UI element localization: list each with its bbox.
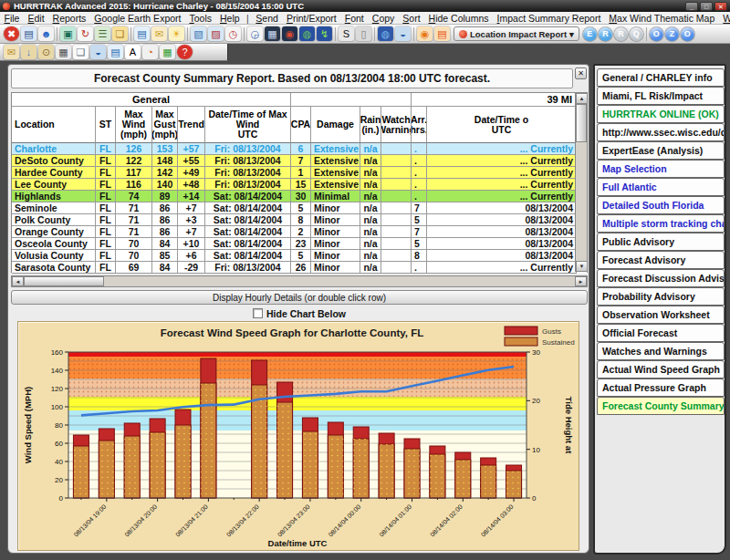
report-orange-icon[interactable]: ▤	[434, 26, 450, 41]
menu-google-earth-export[interactable]: Google Earth Export	[90, 13, 185, 24]
send-mail-icon[interactable]: ✉	[4, 45, 19, 59]
menu-impact-summary-report[interactable]: Impact Summary Report	[493, 13, 605, 24]
table-row[interactable]: Orange CountyFL7186+7Sat: 08/14/2004 02:…	[12, 226, 587, 238]
thematic-grid-icon[interactable]: ▦	[160, 45, 175, 59]
google-earth2-icon[interactable]: ◒	[90, 45, 106, 59]
impact-orange-icon[interactable]: ◉	[417, 26, 433, 41]
print-icon[interactable]: ▦	[56, 45, 71, 59]
recycle-bin-icon[interactable]: ▯	[356, 26, 371, 41]
google-earth-icon[interactable]: ◒	[395, 26, 411, 41]
table-row[interactable]: Highlands CountyFL7489+14Sat: 08/14/2004…	[12, 191, 587, 202]
gauge-icon[interactable]: ◷	[225, 26, 241, 41]
mail-alert-icon[interactable]: ✉	[151, 26, 167, 41]
table-horizontal-scrollbar[interactable]: ◄ ►	[11, 275, 588, 287]
copy-pages-icon[interactable]: ❏	[73, 45, 89, 59]
table-row[interactable]: Sarasota CountyFL6984-29Fri: 08/13/2004 …	[12, 262, 587, 274]
menu-max-wind-thematic-map[interactable]: Max Wind Thematic Map	[605, 13, 719, 24]
sidebar-item-http-www-ssec-wisc-edu-data-geo[interactable]: http://www.ssec.wisc.edu/data/geo	[597, 123, 725, 141]
column-header-rain[interactable]: Rain (in.)	[360, 107, 381, 143]
column-header-max_wind[interactable]: Max Wind (mph)	[116, 107, 152, 143]
sidebar-item-expertease-analysis-[interactable]: ExpertEase (Analysis)	[597, 141, 725, 160]
table-row[interactable]: DeSoto CountyFL122148+55Fri: 08/13/2004 …	[12, 155, 587, 167]
storm-globe-icon[interactable]: ◉	[282, 26, 297, 41]
help-icon[interactable]: ?	[177, 45, 193, 59]
exit-icon[interactable]: ✖	[4, 26, 19, 41]
column-header-datetime_arr[interactable]: Date/Time o UTC	[427, 107, 577, 143]
menu-print-export[interactable]: Print/Export	[282, 13, 340, 24]
table-row[interactable]: Osceola CountyFL7084+10Sat: 08/14/2004 0…	[12, 238, 587, 250]
photo-export-icon[interactable]: ▧	[191, 26, 206, 41]
earth-zoom-icon[interactable]: ◍	[378, 26, 393, 41]
sidebar-item-probability-advisory[interactable]: Probability Advisory	[597, 287, 725, 306]
menu-sort[interactable]: Sort	[399, 13, 424, 24]
lightning-globe-icon[interactable]: ↯	[317, 26, 332, 41]
maximize-button[interactable]: □	[700, 2, 713, 11]
menu-file[interactable]: File	[0, 13, 24, 24]
user-profile-icon[interactable]: ☻	[38, 26, 54, 41]
table-vertical-scrollbar[interactable]: ▲ ▼	[575, 93, 587, 272]
table-row[interactable]: Lee CountyFL116140+48Fri: 08/13/2004 20:…	[12, 179, 587, 191]
menu-edit[interactable]: Edit	[24, 13, 48, 24]
menu-wind-trend-thematic-map[interactable]: Wind Trend Thematic Map	[719, 13, 730, 24]
sidebar-item-detailed-south-florida[interactable]: Detailed South Florida	[597, 196, 725, 214]
schedule-window-icon[interactable]: ▤	[21, 26, 36, 41]
location-impact-report-button[interactable]: Location Impact Report▾	[454, 26, 579, 41]
sidebar-item-watches-and-warnings[interactable]: Watches and Warnings	[597, 342, 725, 360]
sidebar-item-official-forecast[interactable]: Official Forecast	[597, 324, 725, 342]
table-row[interactable]: Volusia CountyFL7085+6Sat: 08/14/2004 04…	[12, 250, 587, 262]
sidebar-item-miami-fl-risk-impact[interactable]: Miami, FL Risk/Impact	[597, 87, 725, 105]
chart-sphere-icon[interactable]: ◔	[142, 45, 158, 59]
table-row[interactable]: Polk CountyFL7186+3Sat: 08/14/2004 00:00…	[12, 214, 587, 226]
hide-chart-checkbox[interactable]	[253, 308, 263, 318]
earth-globe-icon[interactable]: ◍	[299, 26, 315, 41]
sidebar-item-actual-pressure-graph[interactable]: Actual Pressure Graph	[597, 379, 725, 397]
sidebar-item-forecast-county-summary[interactable]: Forecast County Summary	[597, 397, 725, 415]
table-row[interactable]: Charlotte CountyFL126153+57Fri: 08/13/20…	[12, 143, 587, 155]
satellite-image-icon[interactable]: ▦	[265, 26, 280, 41]
sidebar-item-general-charley-info[interactable]: General / CHARLEY info	[597, 68, 725, 87]
sidebar-item-full-atlantic[interactable]: Full Atlantic	[597, 178, 725, 196]
round-e-button[interactable]: E	[583, 27, 597, 41]
column-header-trend[interactable]: Trend	[178, 107, 205, 143]
sidebar-item-hurrtrak-online-ok-[interactable]: HURRTRAK ONLINE (OK)	[597, 105, 725, 123]
menu-hide-columns[interactable]: Hide Columns	[424, 13, 493, 24]
menu-reports[interactable]: Reports	[48, 13, 90, 24]
column-header-watch[interactable]: Watch Warning	[381, 107, 412, 143]
column-header-max_gust[interactable]: Max Gust (mph)	[152, 107, 178, 143]
report-list-icon[interactable]: ▤	[134, 26, 150, 41]
import-archive-icon[interactable]: ↓	[21, 45, 36, 59]
table-row[interactable]: Hardee CountyFL117142+49Fri: 08/13/2004 …	[12, 167, 587, 179]
vertical-scroll-thumb[interactable]	[576, 104, 587, 142]
sidebar-item-forecast-advisory[interactable]: Forecast Advisory	[597, 251, 725, 269]
round-q-disabled-button[interactable]: Q	[630, 27, 643, 41]
column-header-datetime_max[interactable]: Date/Time of Max Wind UTC	[205, 107, 291, 143]
menu-send[interactable]: Send	[252, 13, 283, 24]
column-header-st[interactable]: ST	[96, 107, 116, 143]
round-o-button[interactable]: O	[650, 27, 663, 41]
display-hourly-details-button[interactable]: Display Hourly Details (or double click …	[11, 290, 588, 305]
menu-font[interactable]: Font	[340, 13, 368, 24]
scroll-up-icon[interactable]: ▲	[576, 93, 588, 104]
refresh-storm-icon[interactable]: ↻	[78, 26, 93, 41]
scroll-down-icon[interactable]: ▼	[576, 261, 588, 272]
close-button[interactable]: ✕	[714, 2, 727, 11]
hurricane-symbol-icon[interactable]: S	[339, 26, 354, 41]
column-header-arr[interactable]: Arr. hrs.	[412, 107, 427, 143]
stamp-seal-icon[interactable]: ⊙	[38, 45, 54, 59]
gauge-alt-icon[interactable]: ◶	[247, 26, 263, 41]
sidebar-item-observation-worksheet[interactable]: Observation Worksheet	[597, 306, 725, 324]
round-o2-button[interactable]: O	[681, 27, 694, 41]
scroll-left-icon[interactable]: ◄	[12, 276, 24, 286]
sidebar-item-forecast-discussion-advisory[interactable]: Forecast Discussion Advisory	[597, 269, 725, 287]
table-row[interactable]: Seminole CountyFL7186+7Sat: 08/14/2004 0…	[12, 202, 587, 214]
round-r-button[interactable]: R	[599, 27, 612, 41]
menu-help[interactable]: Help	[215, 13, 244, 24]
menu-copy[interactable]: Copy	[368, 13, 399, 24]
column-header-damage[interactable]: Damage	[311, 107, 360, 143]
sidebar-item-multiple-storm-tracking-chart[interactable]: Multiple storm tracking chart	[597, 214, 725, 233]
panel-close-button[interactable]: ✕	[575, 67, 587, 79]
sun-icon[interactable]: ☀	[169, 26, 184, 41]
minimize-button[interactable]: _	[685, 2, 698, 11]
round-r-disabled-button[interactable]: R	[614, 27, 628, 41]
round-z-button[interactable]: Z	[665, 27, 679, 41]
